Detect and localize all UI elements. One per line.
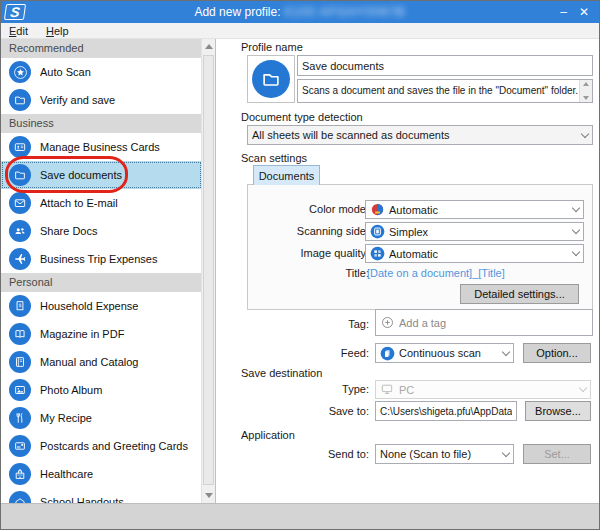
sidebar-item-auto-scan[interactable]: Auto Scan xyxy=(1,58,202,86)
save-to-label: Save to: xyxy=(241,405,369,417)
type-label: Type: xyxy=(241,383,369,395)
sidebar-item-manage-business-cards[interactable]: Manage Business Cards xyxy=(1,133,202,161)
svg-text:$: $ xyxy=(18,302,21,308)
description-scrollbar[interactable] xyxy=(579,80,592,102)
sidebar-item-school-handouts[interactable]: School Handouts xyxy=(1,488,202,503)
send-to-select[interactable]: None (Scan to file) xyxy=(375,444,514,464)
tag-input[interactable]: Add a tag xyxy=(375,309,593,336)
sidebar-item-label: Business Trip Expenses xyxy=(40,253,157,265)
sidebar-item-label: Share Docs xyxy=(40,225,97,237)
document-type-detection-label: Document type detection xyxy=(241,111,363,123)
tag-label: Tag: xyxy=(241,318,369,330)
sidebar-item-label: School Handouts xyxy=(40,496,124,503)
set-label: Set... xyxy=(544,448,570,460)
color-mode-label: Color mode: xyxy=(241,203,369,215)
feed-label: Feed: xyxy=(241,347,369,359)
sidebar-item-label: Postcards and Greeting Cards xyxy=(40,440,188,452)
menu-bar: Edit Help xyxy=(1,23,599,39)
profile-template-sidebar: RecommendedAuto ScanVerify and saveBusin… xyxy=(1,39,216,503)
color-mode-select[interactable]: Automatic xyxy=(365,200,584,219)
sidebar-item-household-expense[interactable]: $Household Expense xyxy=(1,292,202,320)
profile-name-input[interactable]: Save documents xyxy=(297,55,593,76)
profile-template-list: RecommendedAuto ScanVerify and saveBusin… xyxy=(1,39,202,503)
sidebar-item-attach-to-e-mail[interactable]: Attach to E-mail xyxy=(1,189,202,217)
tab-documents[interactable]: Documents xyxy=(253,165,320,185)
sidebar-item-label: Manual and Catalog xyxy=(40,356,138,368)
sidebar-item-my-recipe[interactable]: My Recipe xyxy=(1,404,202,432)
sidebar-item-label: Photo Album xyxy=(40,384,102,396)
chevron-down-icon xyxy=(502,448,510,456)
feed-select[interactable]: Continuous scan xyxy=(375,343,514,363)
menu-edit[interactable]: Edit xyxy=(9,25,28,37)
chevron-down-icon xyxy=(581,129,589,137)
plane-icon xyxy=(9,248,31,270)
profile-description-box[interactable]: Scans a document and saves the file in t… xyxy=(297,79,593,103)
postcard-icon xyxy=(9,435,31,457)
scroll-down-icon[interactable] xyxy=(202,488,216,503)
send-to-value: None (Scan to file) xyxy=(380,448,471,460)
sidebar-item-save-documents[interactable]: Save documents xyxy=(1,161,202,189)
scan-settings-label: Scan settings xyxy=(241,152,307,164)
scanning-side-label: Scanning side: xyxy=(241,225,369,237)
minimize-button[interactable]: – xyxy=(560,5,567,19)
title-format-link[interactable]: [Date on a document]_[Title] xyxy=(367,267,505,279)
scanning-side-value: Simplex xyxy=(389,226,428,238)
folder-icon xyxy=(252,60,290,98)
sidebar-section-business: Business xyxy=(1,114,202,133)
tag-placeholder: Add a tag xyxy=(399,317,446,329)
profile-description-text: Scans a document and saves the file in t… xyxy=(298,80,579,102)
window-title-prefix: Add new profile: xyxy=(194,5,280,19)
sidebar-item-verify-and-save[interactable]: Verify and save xyxy=(1,86,202,114)
save-to-input[interactable]: C:\Users\shigeta.pfu\AppData\Roaming\PF xyxy=(375,401,517,421)
image-quality-select[interactable]: Automatic xyxy=(365,244,584,263)
sidebar-item-manual-and-catalog[interactable]: Manual and Catalog xyxy=(1,348,202,376)
sidebar-item-label: My Recipe xyxy=(40,412,92,424)
chevron-down-icon xyxy=(572,204,580,212)
scroll-up-icon[interactable] xyxy=(202,39,216,54)
folder-icon xyxy=(9,89,31,111)
sidebar-item-photo-album[interactable]: Photo Album xyxy=(1,376,202,404)
hospital-icon xyxy=(9,463,31,485)
envelope-icon xyxy=(9,192,31,214)
menu-help[interactable]: Help xyxy=(46,25,69,37)
title-bar: S Add new profile: X100 AFGHY0067B – ✕ xyxy=(1,1,599,23)
sidebar-item-business-trip-expenses[interactable]: Business Trip Expenses xyxy=(1,245,202,273)
option-label: Option... xyxy=(536,347,578,359)
scanning-side-select[interactable]: Simplex xyxy=(365,222,584,241)
scroll-down-icon[interactable] xyxy=(583,96,589,100)
sidebar-section-personal: Personal xyxy=(1,273,202,292)
save-destination-label: Save destination xyxy=(241,367,322,379)
close-button[interactable]: ✕ xyxy=(579,5,589,19)
sidebar-item-share-docs[interactable]: Share Docs xyxy=(1,217,202,245)
photo-icon xyxy=(9,379,31,401)
profile-name-value: Save documents xyxy=(302,60,384,72)
detailed-settings-label: Detailed settings... xyxy=(474,288,565,300)
type-value: PC xyxy=(399,384,414,396)
folder-icon xyxy=(9,164,31,186)
scrollbar-thumb[interactable] xyxy=(203,55,214,485)
color-mode-icon xyxy=(370,202,385,217)
profile-icon-button[interactable] xyxy=(247,55,295,103)
sidebar-item-postcards-and-greeting-cards[interactable]: Postcards and Greeting Cards xyxy=(1,432,202,460)
color-mode-value: Automatic xyxy=(389,204,438,216)
sidebar-item-label: Magazine in PDF xyxy=(40,328,124,340)
set-button: Set... xyxy=(523,444,591,464)
pc-monitor-icon xyxy=(380,382,395,397)
document-type-detection-value: All sheets will be scanned as documents xyxy=(252,129,450,141)
feed-value: Continuous scan xyxy=(399,347,481,359)
browse-label: Browse... xyxy=(535,405,581,417)
browse-button[interactable]: Browse... xyxy=(525,401,591,421)
option-button[interactable]: Option... xyxy=(523,343,591,363)
add-circle-icon[interactable] xyxy=(380,315,395,330)
sidebar-scrollbar[interactable] xyxy=(201,39,215,503)
sidebar-item-label: Household Expense xyxy=(40,300,138,312)
detailed-settings-button[interactable]: Detailed settings... xyxy=(460,284,579,304)
document-type-detection-select[interactable]: All sheets will be scanned as documents xyxy=(247,125,593,145)
sidebar-item-label: Healthcare xyxy=(40,468,93,480)
sidebar-item-label: Verify and save xyxy=(40,94,115,106)
sidebar-item-magazine-in-pdf[interactable]: Magazine in PDF xyxy=(1,320,202,348)
sidebar-item-healthcare[interactable]: Healthcare xyxy=(1,460,202,488)
scroll-up-icon[interactable] xyxy=(583,82,589,86)
receipt-icon: $ xyxy=(9,295,31,317)
add-new-profile-dialog: S Add new profile: X100 AFGHY0067B – ✕ E… xyxy=(0,0,600,530)
